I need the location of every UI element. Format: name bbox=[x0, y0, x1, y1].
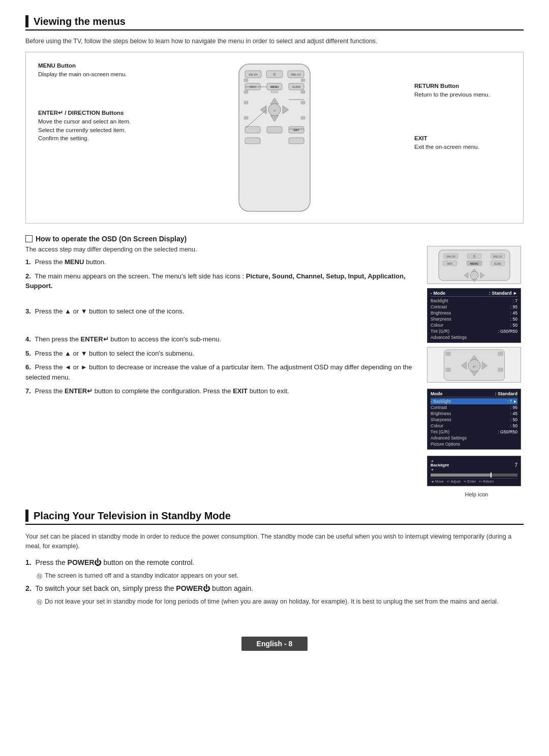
remote-diagram-svg: FAV.CH 0 PRE-CH INFO MENU GUIDE bbox=[203, 61, 346, 214]
return-button-title: RETURN Button bbox=[414, 82, 511, 90]
svg-rect-15 bbox=[271, 90, 278, 93]
section-title-standby: Placing Your Television in Standby Mode bbox=[34, 510, 231, 522]
menu-row-brightness: Brightness : 45 bbox=[431, 310, 517, 316]
svg-text:EXIT: EXIT bbox=[293, 129, 299, 132]
osd-access-note: The access step may differ depending on … bbox=[25, 246, 414, 253]
sub-menu-row-sharpness: Sharpness : 50 bbox=[431, 417, 517, 423]
osd-step-1: 1. Press the MENU button. bbox=[25, 257, 414, 267]
slider-fill bbox=[431, 474, 492, 477]
svg-rect-58 bbox=[498, 352, 503, 356]
svg-rect-32 bbox=[289, 138, 304, 144]
menu-row-tint: Tint (G/R) : G50/R50 bbox=[431, 328, 517, 334]
svg-rect-17 bbox=[301, 90, 305, 93]
svg-rect-28 bbox=[245, 127, 260, 133]
osd-title-text: How to operate the OSD (On Screen Displa… bbox=[36, 235, 187, 243]
svg-rect-24 bbox=[244, 101, 248, 104]
footer: English - 8 bbox=[25, 637, 524, 651]
sub-menu-title: Mode : Standard bbox=[431, 391, 517, 397]
standby-step-1: 1. Press the POWER⏻ button on the remote… bbox=[25, 557, 524, 568]
help-icon-label-text: Help icon bbox=[460, 491, 489, 497]
svg-text:INFO: INFO bbox=[447, 263, 452, 265]
section-standby: Placing Your Television in Standby Mode … bbox=[25, 510, 524, 606]
mini-remote-image: FAV.CH 0 PRE-CH INFO MENU GUIDE bbox=[427, 246, 521, 284]
svg-rect-8 bbox=[301, 79, 305, 82]
enter-button-title: ENTER↵ / DIRECTION Buttons bbox=[38, 109, 135, 117]
section-viewing-menus: Viewing the menus Before using the TV, f… bbox=[25, 15, 524, 497]
diagram-wrapper: MENU Button Display the main on-screen m… bbox=[38, 61, 511, 214]
osd-section: How to operate the OSD (On Screen Displa… bbox=[25, 235, 524, 497]
exit-button-title: EXIT bbox=[414, 134, 511, 143]
svg-text:FAV.CH: FAV.CH bbox=[249, 73, 258, 76]
svg-text:↵: ↵ bbox=[273, 109, 276, 112]
exit-button-desc: Exit the on-screen menu. bbox=[414, 143, 511, 151]
slider-bar bbox=[431, 474, 517, 477]
svg-text:GUIDE: GUIDE bbox=[292, 85, 301, 88]
svg-rect-7 bbox=[244, 79, 248, 82]
svg-text:GUIDE: GUIDE bbox=[494, 263, 501, 265]
svg-rect-65 bbox=[445, 367, 450, 371]
section-bar-accent-2 bbox=[25, 510, 28, 522]
footer-badge: English - 8 bbox=[241, 637, 308, 651]
svg-point-55 bbox=[470, 271, 478, 279]
svg-text:FAV.CH: FAV.CH bbox=[446, 255, 455, 258]
mini-remote-arrows-image: ↵ bbox=[427, 347, 521, 383]
osd-step-3: 3. Press the ▲ or ▼ button to select one… bbox=[25, 306, 414, 317]
slider-thumb bbox=[491, 472, 492, 478]
section-header-viewing: Viewing the menus bbox=[25, 15, 524, 30]
svg-rect-31 bbox=[245, 138, 260, 144]
screen-menu-title: - Mode : Standard ► bbox=[431, 291, 517, 297]
viewing-intro: Before using the TV, follow the steps be… bbox=[25, 38, 524, 45]
return-button-label: RETURN Button Return to the previous men… bbox=[414, 82, 511, 99]
section-bar-accent bbox=[25, 15, 28, 27]
standby-step-2: 2. To switch your set back on, simply pr… bbox=[25, 583, 524, 594]
svg-text:MENU: MENU bbox=[470, 262, 478, 265]
menu-row-backlight: Backlight : 7 bbox=[431, 298, 517, 304]
menu-button-title: MENU Button bbox=[38, 61, 135, 70]
svg-rect-27 bbox=[301, 116, 305, 119]
remote-svg-container: FAV.CH 0 PRE-CH INFO MENU GUIDE bbox=[140, 61, 409, 214]
svg-text:↵: ↵ bbox=[473, 364, 476, 368]
sub-menu-row-advanced: Advanced Settings bbox=[431, 435, 517, 441]
sub-menu-row-tint: Tint (G/R) : G50/R50 bbox=[431, 429, 517, 435]
menu-row-contrast: Contrast : 95 bbox=[431, 304, 517, 310]
menu-row-sharpness: Sharpness : 50 bbox=[431, 316, 517, 322]
osd-title-row: How to operate the OSD (On Screen Displa… bbox=[25, 235, 524, 243]
mini-remote-svg: FAV.CH 0 PRE-CH INFO MENU GUIDE bbox=[434, 247, 515, 283]
standby-note-2: Ⓝ Do not leave your set in standby mode … bbox=[37, 598, 524, 606]
standby-note-1-text: The screen is turned off and a standby i… bbox=[45, 572, 238, 579]
slider-help-text: ◄ Move ↵ Adjust ↵ Enter ↩ Return bbox=[431, 478, 517, 484]
right-labels: RETURN Button Return to the previous men… bbox=[409, 61, 511, 167]
osd-content-area: The access step may differ depending on … bbox=[25, 246, 524, 497]
enter-button-label: ENTER↵ / DIRECTION Buttons Move the curs… bbox=[38, 109, 135, 143]
osd-step-2: 2. The main menu appears on the screen. … bbox=[25, 271, 414, 291]
standby-intro-text: Your set can be placed in standby mode i… bbox=[25, 532, 524, 551]
svg-text:PRE-CH: PRE-CH bbox=[291, 73, 301, 76]
sub-menu-row-colour: Colour : 50 bbox=[431, 423, 517, 429]
svg-rect-29 bbox=[267, 127, 282, 133]
left-labels: MENU Button Display the main on-screen m… bbox=[38, 61, 140, 158]
menu-button-desc: Display the main on-screen menu. bbox=[38, 70, 135, 79]
osd-steps-column: The access step may differ depending on … bbox=[25, 246, 414, 400]
enter-button-desc: Move the cursor and select an item. Sele… bbox=[38, 117, 135, 143]
svg-text:0: 0 bbox=[473, 255, 475, 258]
sub-menu-row-backlight-selected: - Backlight : 7 ► bbox=[431, 398, 517, 404]
svg-rect-66 bbox=[498, 367, 503, 371]
main-menu-screen: - Mode : Standard ► Backlight : 7 Contra… bbox=[427, 288, 521, 343]
slider-header: ▲ Backlight ▼ 7 bbox=[431, 458, 517, 472]
menu-row-advanced: Advanced Settings bbox=[431, 334, 517, 340]
remote-diagram-area: MENU Button Display the main on-screen m… bbox=[25, 52, 524, 224]
osd-checkbox-icon bbox=[25, 235, 33, 242]
exit-button-label: EXIT Exit the on-screen menu. bbox=[414, 134, 511, 151]
backlight-slider-screen: ▲ Backlight ▼ 7 ◄ Move ↵ Adjust ↵ Enter … bbox=[427, 456, 521, 486]
menu-button-label: MENU Button Display the main on-screen m… bbox=[38, 61, 135, 78]
osd-images-column: FAV.CH 0 PRE-CH INFO MENU GUIDE bbox=[424, 246, 524, 497]
sub-menu-row-brightness: Brightness : 45 bbox=[431, 411, 517, 417]
standby-note-1: Ⓝ The screen is turned off and a standby… bbox=[37, 572, 524, 580]
standby-note-2-text: Do not leave your set in standby mode fo… bbox=[45, 598, 499, 605]
sub-menu-row-contrast: Contrast : 95 bbox=[431, 404, 517, 411]
sub-menu-screen: Mode : Standard - Backlight : 7 ► Contra… bbox=[427, 389, 521, 450]
svg-text:0: 0 bbox=[273, 73, 276, 76]
svg-rect-57 bbox=[445, 352, 450, 356]
osd-step-4: 4. Then press the ENTER↵ button to acces… bbox=[25, 334, 414, 344]
svg-rect-16 bbox=[244, 90, 248, 93]
